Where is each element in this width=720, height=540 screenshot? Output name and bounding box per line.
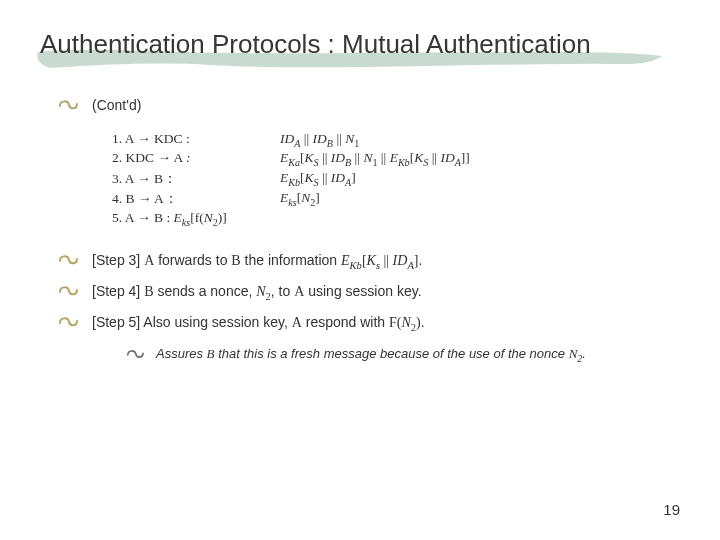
loop-icon [126,347,144,363]
step-5-text: [Step 5] Also using session key, A respo… [92,314,425,330]
protocol-line-5: 5. A → B : Eks[f(N2)] [112,210,670,228]
protocol-line-4-lhs: 4. B → A： [112,190,252,208]
content-area: (Cont'd) 1. A → KDC : IDA || IDB || N1 2… [0,69,720,366]
step-5-item: [Step 5] Also using session key, A respo… [58,312,670,366]
bullet-label: (Cont'd) [92,97,141,113]
loop-icon [58,252,78,270]
loop-icon [58,97,78,115]
loop-icon [58,314,78,332]
step-3-item: [Step 3] A forwards to B the information… [58,250,670,273]
title-block: Authentication Protocols : Mutual Authen… [0,0,720,69]
step-4-text: [Step 4] B sends a nonce, N2, to A using… [92,283,422,299]
protocol-line-3-lhs: 3. A → B： [112,170,252,188]
protocol-block: 1. A → KDC : IDA || IDB || N1 2. KDC → A… [112,131,670,228]
sub-list: Assures B that this is a fresh message b… [92,345,670,366]
loop-icon [58,283,78,301]
bullet-item-contd: (Cont'd) [58,95,670,115]
page-title: Authentication Protocols : Mutual Authen… [40,28,680,61]
bullet-list: (Cont'd) [50,95,670,115]
protocol-line-1-lhs: 1. A → KDC : [112,131,252,149]
protocol-line-2-rhs: EKa[KS || IDB || N1 || EKb[KS || IDA]] [280,150,670,168]
sub-text: Assures B that this is a fresh message b… [156,346,586,361]
step-4-item: [Step 4] B sends a nonce, N2, to A using… [58,281,670,304]
protocol-line-4-rhs: Eks[N2] [280,190,670,208]
protocol-line-1-rhs: IDA || IDB || N1 [280,131,670,149]
protocol-line-2-lhs: 2. KDC → A : [112,150,252,168]
sub-item: Assures B that this is a fresh message b… [126,345,670,366]
protocol-line-3-rhs: EKb[KS || IDA] [280,170,670,188]
step-list: [Step 3] A forwards to B the information… [50,250,670,366]
page-number: 19 [663,501,680,518]
step-3-text: [Step 3] A forwards to B the information… [92,252,422,268]
